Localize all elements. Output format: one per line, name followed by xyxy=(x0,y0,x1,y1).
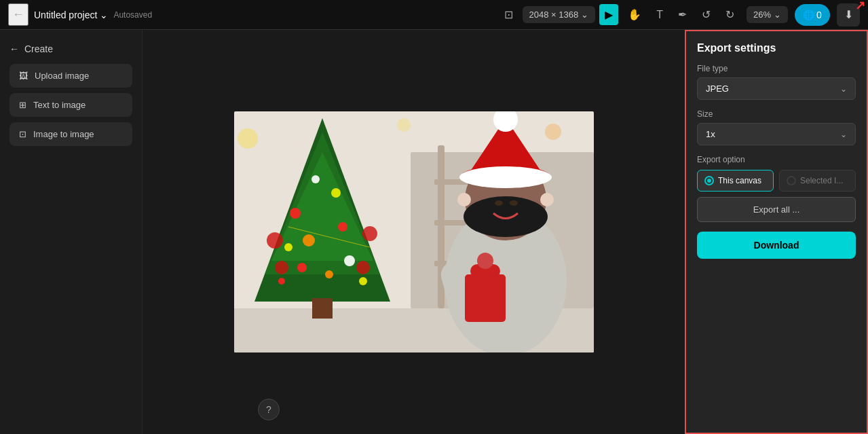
image-to-image-icon: ⊡ xyxy=(19,129,26,139)
main-layout: ← Create 🖼 Upload image ⊞ Text to image … xyxy=(0,30,868,434)
svg-point-46 xyxy=(397,118,411,132)
svg-rect-11 xyxy=(312,298,333,319)
zoom-level-value: 26% xyxy=(753,10,771,20)
text-to-image-button[interactable]: ⊞ Text to image xyxy=(10,93,132,117)
expand-canvas-button[interactable]: ⊡ xyxy=(499,4,518,25)
selected-label: Selected I... xyxy=(800,176,843,185)
image-to-image-label: Image to image xyxy=(33,129,94,139)
svg-point-21 xyxy=(278,278,285,285)
svg-point-14 xyxy=(303,234,315,247)
svg-point-47 xyxy=(545,124,561,140)
notification-button[interactable]: 🌐 0 xyxy=(795,4,830,26)
project-title[interactable]: Untitled project ⌄ xyxy=(34,10,108,20)
topbar-left: ← Untitled project ⌄ Autosaved xyxy=(8,3,492,26)
topbar-center: ⊡ 2048 × 1368 ⌄ ▶ ✋ T ✒ ↺ ↻ xyxy=(499,4,740,25)
export-option-group: Export option This canvas Selected I... … xyxy=(697,155,856,222)
file-type-value: JPEG xyxy=(706,84,729,94)
selected-radio-circle xyxy=(787,176,796,185)
download-wrapper: ⬇ ↗ xyxy=(837,3,860,26)
size-label: Size xyxy=(697,109,856,119)
svg-point-25 xyxy=(275,261,288,274)
selected-option[interactable]: Selected I... xyxy=(779,170,856,192)
autosaved-label: Autosaved xyxy=(113,10,152,20)
svg-point-18 xyxy=(297,263,307,272)
svg-point-22 xyxy=(359,277,367,285)
create-label: Create xyxy=(24,43,53,54)
this-canvas-label: This canvas xyxy=(718,176,761,185)
svg-point-23 xyxy=(267,232,283,249)
canvas-svg: ❄ xyxy=(234,111,594,352)
project-title-text: Untitled project xyxy=(34,10,97,20)
this-canvas-option[interactable]: This canvas xyxy=(697,170,774,192)
svg-point-19 xyxy=(325,270,333,278)
download-label: Download xyxy=(754,240,799,251)
canvas-size-value: 2048 × 1368 xyxy=(529,10,579,20)
zoom-dropdown-icon: ⌄ xyxy=(774,10,781,20)
text-to-image-icon: ⊞ xyxy=(19,100,26,110)
file-type-dropdown-icon: ⌄ xyxy=(840,84,847,94)
back-button[interactable]: ← xyxy=(8,3,29,26)
size-dropdown-icon: ⌄ xyxy=(840,130,847,139)
export-option-radio-row: This canvas Selected I... xyxy=(697,170,856,192)
export-all-button[interactable]: Export all ... xyxy=(697,197,856,222)
export-panel: Export settings File type JPEG ⌄ Size 1x… xyxy=(685,30,868,434)
size-value: 1x xyxy=(706,129,715,139)
svg-rect-42 xyxy=(465,274,506,322)
topbar: ← Untitled project ⌄ Autosaved ⊡ 2048 × … xyxy=(0,0,868,30)
svg-point-13 xyxy=(331,188,341,198)
export-all-label: Export all ... xyxy=(753,204,800,215)
image-to-image-button[interactable]: ⊡ Image to image xyxy=(10,122,132,146)
zoom-button[interactable]: 26% ⌄ xyxy=(747,6,788,23)
canvas-area[interactable]: ❄ ? xyxy=(143,30,685,434)
download-button[interactable]: Download xyxy=(697,232,856,259)
upload-image-button[interactable]: 🖼 Upload image xyxy=(10,64,132,88)
redo-button[interactable]: ↻ xyxy=(720,4,740,25)
export-option-label: Export option xyxy=(697,155,856,164)
notification-count: 0 xyxy=(816,10,822,20)
svg-point-39 xyxy=(540,193,554,206)
pen-tool-button[interactable]: ✒ xyxy=(673,4,692,25)
canvas-size-button[interactable]: 2048 × 1368 ⌄ xyxy=(523,6,596,23)
canvas-image: ❄ xyxy=(234,111,594,352)
file-type-select[interactable]: JPEG ⌄ xyxy=(697,77,856,100)
size-select[interactable]: 1x ⌄ xyxy=(697,123,856,145)
export-settings-title: Export settings xyxy=(697,42,856,54)
create-header[interactable]: ← Create xyxy=(10,39,132,58)
upload-image-icon: 🖼 xyxy=(19,71,28,81)
undo-button[interactable]: ↺ xyxy=(696,4,716,25)
file-type-label: File type xyxy=(697,64,856,73)
this-canvas-radio-circle xyxy=(704,176,714,185)
size-group: Size 1x ⌄ xyxy=(697,109,856,145)
svg-point-45 xyxy=(238,128,258,149)
left-sidebar: ← Create 🖼 Upload image ⊞ Text to image … xyxy=(0,30,143,434)
file-type-group: File type JPEG ⌄ xyxy=(697,64,856,100)
help-button[interactable]: ? xyxy=(258,399,280,420)
svg-point-35 xyxy=(464,196,548,237)
download-icon-button[interactable]: ⬇ xyxy=(837,3,860,26)
svg-point-12 xyxy=(290,208,301,219)
svg-point-44 xyxy=(477,253,493,269)
project-title-dropdown-icon: ⌄ xyxy=(100,10,108,20)
topbar-right: 26% ⌄ 🌐 0 ⬇ ↗ xyxy=(747,3,860,26)
svg-point-20 xyxy=(312,175,320,183)
svg-point-36 xyxy=(495,200,503,206)
notification-icon: 🌐 xyxy=(803,10,814,20)
text-tool-button[interactable]: T xyxy=(651,5,668,25)
help-icon: ? xyxy=(266,404,271,415)
canvas-size-dropdown-icon: ⌄ xyxy=(581,10,588,20)
svg-point-16 xyxy=(284,243,293,251)
pan-tool-button[interactable]: ✋ xyxy=(622,4,647,25)
svg-point-34 xyxy=(459,166,552,188)
svg-point-17 xyxy=(344,255,355,266)
svg-point-24 xyxy=(362,226,377,241)
upload-image-label: Upload image xyxy=(35,71,89,81)
download-icon: ⬇ xyxy=(844,8,853,21)
svg-point-15 xyxy=(338,222,347,232)
svg-point-38 xyxy=(457,193,471,206)
select-tool-button[interactable]: ▶ xyxy=(599,4,618,25)
create-back-icon: ← xyxy=(10,43,19,54)
text-to-image-label: Text to image xyxy=(33,100,86,110)
svg-point-37 xyxy=(510,200,518,206)
svg-point-26 xyxy=(356,261,370,274)
